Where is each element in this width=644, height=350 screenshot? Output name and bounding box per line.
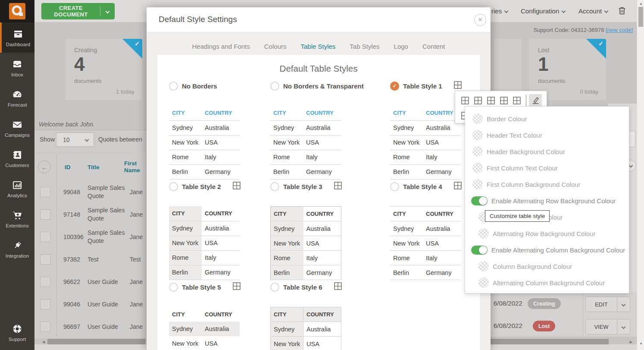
logo-block[interactable] bbox=[0, 0, 34, 22]
table-grid-icon[interactable] bbox=[510, 94, 523, 107]
scroll-down-icon[interactable]: ▼ bbox=[639, 342, 643, 346]
row-checkbox[interactable] bbox=[40, 232, 50, 242]
colour-swatch[interactable] bbox=[478, 228, 489, 239]
toggle-on-switch[interactable] bbox=[471, 246, 488, 255]
preview-cell: Sydney bbox=[270, 120, 303, 135]
edit-button[interactable]: EDIT bbox=[585, 296, 630, 312]
table-grid-icon[interactable] bbox=[334, 282, 342, 292]
menu-partial-ries[interactable]: ries bbox=[491, 7, 508, 15]
style-radio-checked[interactable]: ✓ bbox=[390, 82, 399, 91]
show-label: Show bbox=[40, 136, 55, 143]
menu-colour-item[interactable]: Header Background Colour bbox=[465, 143, 629, 160]
table-grid-icon[interactable] bbox=[454, 182, 462, 191]
menu-colour-item[interactable]: Alternating Row Background Colour bbox=[465, 225, 629, 242]
style-radio[interactable] bbox=[270, 82, 279, 91]
new-code-link[interactable]: [new code] bbox=[606, 27, 633, 33]
trash-icon[interactable] bbox=[617, 6, 627, 16]
chevron-down-icon[interactable] bbox=[100, 10, 114, 13]
row-checkbox[interactable] bbox=[40, 187, 50, 197]
col-header-first-name[interactable]: First Name bbox=[124, 160, 144, 174]
creating-card: Creating 4 documents 1 today ✓ bbox=[66, 39, 142, 100]
style-radio[interactable] bbox=[169, 182, 178, 191]
scrollbar-thumb[interactable] bbox=[478, 339, 609, 344]
table-grid-icon[interactable] bbox=[497, 94, 510, 107]
show-select[interactable]: 10 bbox=[56, 132, 94, 147]
table-grid-icon[interactable] bbox=[233, 182, 241, 191]
preview-header-cell: COUNTRY bbox=[303, 106, 341, 120]
horizontal-scrollbar-left[interactable]: ◀ bbox=[41, 339, 145, 344]
menu-toggle-item[interactable]: Enable Alternating Column Background Col… bbox=[465, 242, 629, 258]
table-grid-icon[interactable] bbox=[459, 94, 472, 107]
table-grid-icon[interactable] bbox=[334, 182, 342, 191]
preview-header-cell: COUNTRY bbox=[202, 307, 240, 322]
col-header-id[interactable]: ID bbox=[65, 164, 71, 170]
menu-account[interactable]: Account bbox=[578, 7, 608, 15]
create-document-button[interactable]: CREATE DOCUMENT bbox=[41, 3, 115, 19]
view-button[interactable]: VIEW bbox=[585, 319, 630, 334]
colour-swatch[interactable] bbox=[478, 277, 489, 288]
preview-cell: Rome bbox=[169, 150, 202, 164]
sidebar-item-extentions[interactable]: Extentions bbox=[0, 204, 34, 234]
row-checkbox[interactable] bbox=[40, 322, 50, 332]
colour-swatch[interactable] bbox=[478, 261, 489, 271]
colour-swatch[interactable] bbox=[472, 179, 483, 189]
menu-configuration[interactable]: Configuration bbox=[521, 7, 565, 15]
row-date: 6/08/2022 bbox=[494, 322, 522, 329]
sidebar-item-integration[interactable]: Integration bbox=[0, 234, 34, 264]
style-radio[interactable] bbox=[169, 82, 178, 91]
preview-cell: USA bbox=[303, 135, 341, 150]
colour-swatch[interactable] bbox=[472, 146, 483, 157]
style-radio[interactable] bbox=[390, 182, 399, 191]
table-grid-icon[interactable] bbox=[233, 282, 241, 292]
style-radio[interactable] bbox=[270, 283, 279, 292]
colour-swatch[interactable] bbox=[472, 130, 483, 140]
row-checkbox[interactable] bbox=[40, 299, 50, 309]
vertical-scrollbar[interactable]: ▲ ▼ bbox=[637, 0, 644, 350]
row-checkbox[interactable] bbox=[40, 254, 50, 265]
scroll-right-icon[interactable]: ▶ bbox=[630, 340, 632, 344]
menu-colour-item[interactable]: Alternating Column Background Colour bbox=[465, 274, 629, 291]
sidebar: DashboardInboxForecastCampaignsCustomers… bbox=[0, 0, 34, 350]
sidebar-item-analytics[interactable]: Analytics bbox=[0, 173, 34, 204]
menu-colour-item[interactable]: Header Text Colour bbox=[465, 127, 629, 143]
sidebar-item-campaigns[interactable]: Campaigns bbox=[0, 113, 34, 143]
back-arrow-button[interactable]: ← bbox=[38, 161, 51, 173]
menu-toggle-item[interactable]: Enable Alternating Row Background Colour bbox=[465, 192, 629, 209]
scrollbar-thumb[interactable] bbox=[638, 7, 643, 27]
preview-header-cell: COUNTRY bbox=[423, 207, 461, 221]
horizontal-scrollbar-right[interactable]: ▶ bbox=[478, 339, 634, 344]
sidebar-item-dashboard[interactable]: Dashboard bbox=[0, 22, 34, 53]
preview-header-cell: COUNTRY bbox=[202, 106, 240, 120]
chevron-down-icon[interactable] bbox=[617, 319, 630, 334]
preview-cell: Italy bbox=[202, 150, 240, 164]
col-header-title[interactable]: Title bbox=[88, 164, 100, 170]
sidebar-item-inbox[interactable]: Inbox bbox=[0, 53, 34, 83]
table-grid-line bbox=[583, 293, 583, 336]
row-checkbox[interactable] bbox=[40, 209, 50, 220]
check-icon: ✓ bbox=[598, 40, 603, 47]
scrollbar-thumb[interactable] bbox=[47, 339, 145, 344]
colour-swatch[interactable] bbox=[472, 114, 483, 124]
table-grid-icon[interactable] bbox=[454, 81, 462, 91]
table-grid-icon[interactable] bbox=[472, 94, 485, 107]
menu-colour-item[interactable]: Column Background Colour bbox=[465, 258, 629, 274]
sidebar-item-support[interactable]: Support bbox=[0, 317, 34, 347]
scroll-up-icon[interactable]: ▲ bbox=[639, 2, 643, 6]
scroll-left-icon[interactable]: ◀ bbox=[42, 340, 45, 344]
colour-swatch[interactable] bbox=[472, 163, 483, 173]
menu-colour-item[interactable]: First Column Text Colour bbox=[465, 160, 629, 176]
close-icon[interactable]: × bbox=[474, 14, 486, 26]
menu-colour-item[interactable]: First Column Background Colour bbox=[465, 176, 629, 192]
preview-cell: New York bbox=[270, 135, 303, 150]
sidebar-item-customers[interactable]: Customers bbox=[0, 143, 34, 173]
sidebar-item-forecast[interactable]: Forecast bbox=[0, 83, 34, 113]
toggle-on-switch[interactable] bbox=[471, 196, 488, 205]
chevron-down-icon[interactable] bbox=[617, 297, 630, 312]
style-radio[interactable] bbox=[270, 182, 279, 191]
menu-colour-item[interactable]: Border Colour bbox=[465, 110, 629, 127]
table-grid-icon[interactable] bbox=[485, 94, 497, 107]
row-checkbox[interactable] bbox=[40, 277, 50, 287]
style-radio[interactable] bbox=[169, 283, 178, 292]
sidebar-nav: DashboardInboxForecastCampaignsCustomers… bbox=[0, 22, 34, 264]
pencil-icon[interactable] bbox=[529, 94, 542, 107]
